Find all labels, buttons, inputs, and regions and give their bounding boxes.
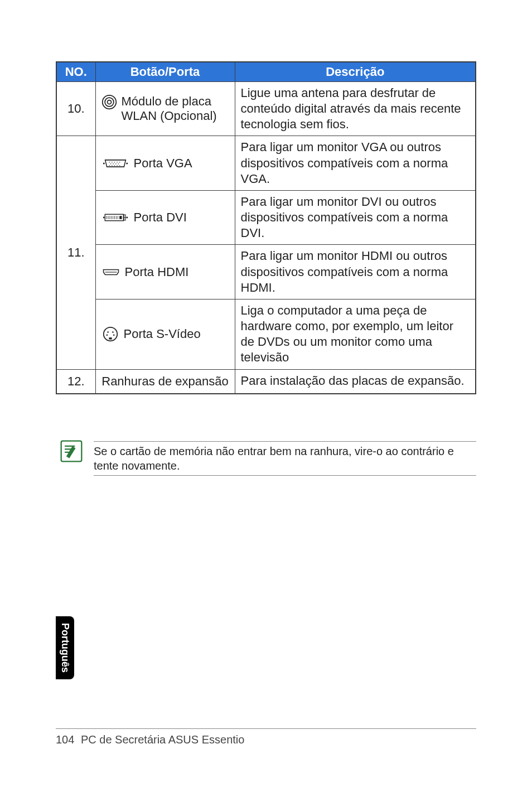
table-row: Porta DVI Para ligar um monitor DVI ou o… (56, 190, 476, 244)
row-bp-label: Porta S-Vídeo (124, 327, 201, 341)
row-bp-label: Porta DVI (134, 210, 187, 225)
dvi-icon (103, 212, 128, 223)
svg-point-13 (118, 163, 119, 165)
svg-point-4 (126, 162, 128, 164)
svg-point-36 (107, 331, 109, 333)
svg-point-16 (114, 165, 115, 166)
svg-point-8 (117, 162, 118, 163)
svideo-icon (103, 326, 118, 342)
svg-rect-35 (109, 337, 112, 340)
svg-point-5 (109, 162, 110, 163)
row-desc: Liga o computador a uma peça de hardware… (235, 299, 476, 369)
note-icon (59, 439, 84, 463)
svg-point-12 (115, 163, 117, 165)
row-no: 10. (56, 82, 95, 136)
svg-rect-30 (119, 216, 122, 219)
table-row: Porta HDMI Para ligar um monitor HDMI ou… (56, 245, 476, 299)
row-bp: Porta S-Vídeo (95, 299, 235, 369)
row-bp: Porta VGA (95, 136, 235, 190)
antenna-icon (101, 94, 117, 110)
divider (94, 475, 476, 476)
svg-point-18 (119, 165, 120, 166)
row-desc: Para ligar um monitor DVI ou outros disp… (235, 190, 476, 244)
row-desc: Para ligar um monitor VGA ou outros disp… (235, 136, 476, 190)
row-desc: Ligue uma antena para desfrutar de conte… (235, 82, 476, 136)
col-header-bp: Botão/Porta (95, 62, 235, 82)
svg-point-17 (117, 165, 118, 166)
col-header-desc: Descrição (235, 62, 476, 82)
svg-point-39 (113, 335, 114, 336)
row-bp-label: Porta HDMI (125, 265, 189, 279)
table-row: 10. Módulo de placa WLAN (Opcional) (56, 82, 476, 136)
divider (94, 441, 476, 442)
row-bp-label: Ranhuras de expansão (95, 369, 235, 394)
svg-point-1 (105, 98, 114, 107)
table-row: 11. (56, 136, 476, 190)
row-bp: Porta DVI (95, 190, 235, 244)
row-desc: Para instalação das placas de expansão. (235, 369, 476, 394)
note-text: Se o cartão de memória não entrar bem na… (94, 444, 476, 473)
svg-point-21 (126, 217, 128, 219)
page-number: 104 (56, 733, 74, 746)
col-header-no: NO. (56, 62, 95, 82)
table-header-row: NO. Botão/Porta Descrição (56, 62, 476, 82)
row-bp: Módulo de placa WLAN (Opcional) (95, 82, 235, 136)
svg-point-20 (103, 217, 104, 219)
row-no: 12. (56, 369, 95, 394)
row-bp: Porta HDMI (95, 245, 235, 299)
ports-table: NO. Botão/Porta Descrição 10. (56, 61, 476, 394)
row-bp-label: Módulo de placa WLAN (Opcional) (122, 94, 231, 123)
svg-point-38 (106, 335, 108, 336)
svg-point-6 (112, 162, 113, 163)
row-desc: Para ligar um monitor HDMI ou outros dis… (235, 245, 476, 299)
table-row: 12. Ranhuras de expansão Para instalação… (56, 369, 476, 394)
hdmi-icon (103, 269, 119, 276)
note-content: Se o cartão de memória não entrar bem na… (94, 439, 476, 478)
svg-point-11 (113, 163, 114, 165)
table-row: Porta S-Vídeo Liga o computador a uma pe… (56, 299, 476, 369)
row-bp-label: Porta VGA (134, 156, 192, 171)
note-block: Se o cartão de memória não entrar bem na… (56, 439, 476, 478)
svg-point-2 (107, 100, 111, 104)
page-footer: 104 PC de Secretária ASUS Essentio (56, 728, 476, 746)
vga-icon (103, 158, 128, 169)
language-tab: Português (56, 616, 74, 679)
svg-point-3 (103, 162, 104, 164)
svg-point-37 (112, 331, 114, 333)
svg-point-14 (109, 165, 110, 166)
svg-point-10 (110, 163, 111, 165)
row-no: 11. (56, 136, 95, 369)
svg-point-9 (119, 162, 120, 163)
svg-point-7 (114, 162, 115, 163)
footer-title: PC de Secretária ASUS Essentio (81, 733, 244, 746)
document-page: NO. Botão/Porta Descrição 10. (0, 0, 532, 802)
svg-point-15 (112, 165, 113, 166)
